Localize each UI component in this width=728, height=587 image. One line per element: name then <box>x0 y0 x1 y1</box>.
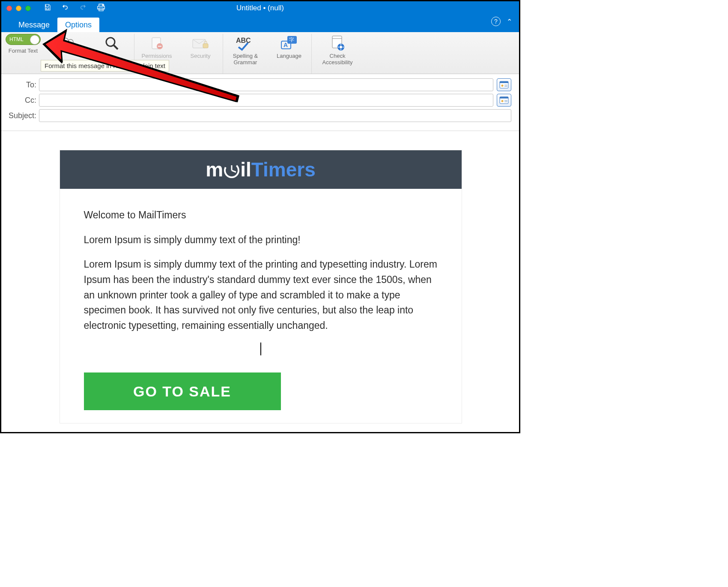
to-contacts-button[interactable] <box>497 78 511 91</box>
address-book-icon <box>499 81 509 89</box>
svg-point-4 <box>68 39 73 45</box>
security-button[interactable]: Security <box>183 35 218 59</box>
go-to-sale-button[interactable]: GO TO SALE <box>84 372 281 410</box>
bcc-button[interactable] <box>51 35 85 52</box>
svg-rect-23 <box>504 85 507 85</box>
format-tooltip: Format this message in HTML or plain tex… <box>41 60 169 72</box>
tab-message[interactable]: Message <box>11 18 57 32</box>
svg-point-5 <box>106 38 115 46</box>
svg-rect-26 <box>500 97 508 98</box>
ribbon: HTML Format Text Permissions <box>1 32 519 74</box>
svg-rect-11 <box>203 44 208 48</box>
to-field[interactable] <box>39 78 493 91</box>
permissions-button[interactable]: Permissions <box>140 35 174 59</box>
svg-point-27 <box>501 100 504 102</box>
text-cursor <box>260 343 261 355</box>
window-close-button[interactable] <box>6 6 12 11</box>
email-template: milTimers Welcome to MailTimers Lorem Ip… <box>60 150 462 423</box>
window-minimize-button[interactable] <box>16 6 21 11</box>
format-html-toggle[interactable]: HTML <box>6 34 41 45</box>
format-toggle-label: HTML <box>9 36 24 42</box>
email-intro: Lorem Ipsum is simply dummy text of the … <box>84 232 438 248</box>
svg-rect-24 <box>504 86 507 86</box>
svg-text:A: A <box>283 42 288 48</box>
print-icon[interactable] <box>97 3 105 13</box>
cc-contacts-button[interactable] <box>497 94 511 107</box>
email-template-header: milTimers <box>60 150 462 189</box>
svg-point-19 <box>340 46 342 48</box>
svg-text:ABC: ABC <box>236 37 251 44</box>
format-text-label: Format Text <box>9 48 38 54</box>
cc-field[interactable] <box>39 94 493 107</box>
address-book-icon <box>499 96 509 104</box>
svg-point-22 <box>501 85 504 87</box>
message-headers: To: Cc: Subject: <box>1 74 519 131</box>
to-label: To: <box>2 80 39 89</box>
redo-icon <box>79 3 87 13</box>
svg-line-32 <box>232 170 236 172</box>
undo-icon[interactable] <box>61 3 69 13</box>
logo-part-timers: Timers <box>251 158 316 181</box>
svg-rect-29 <box>504 101 507 102</box>
window-zoom-button[interactable] <box>25 6 31 11</box>
email-welcome: Welcome to MailTimers <box>84 208 438 223</box>
title-bar: Untitled • (null) <box>1 1 519 15</box>
collapse-ribbon-icon[interactable]: ⌃ <box>507 18 512 26</box>
check-accessibility-button[interactable]: Check Accessibility <box>317 35 358 66</box>
spelling-grammar-button[interactable]: ABC Spelling & Grammar <box>228 35 263 66</box>
language-button[interactable]: 字A Language <box>272 35 306 59</box>
svg-point-2 <box>102 4 104 6</box>
message-body[interactable]: milTimers Welcome to MailTimers Lorem Ip… <box>1 131 519 432</box>
svg-rect-28 <box>504 100 507 101</box>
clock-icon <box>223 162 240 179</box>
subject-field[interactable] <box>39 109 511 122</box>
svg-rect-21 <box>500 81 508 83</box>
zoom-button[interactable] <box>95 35 129 52</box>
help-icon[interactable]: ? <box>491 17 501 26</box>
toggle-knob <box>30 35 39 45</box>
cc-label: Cc: <box>2 96 39 105</box>
svg-line-6 <box>114 45 118 49</box>
subject-label: Subject: <box>2 111 39 120</box>
logo-part-il: il <box>240 158 251 181</box>
save-icon[interactable] <box>44 3 51 13</box>
svg-text:字: 字 <box>289 37 294 43</box>
svg-point-3 <box>63 38 69 44</box>
email-body: Lorem Ipsum is simply dummy text of the … <box>84 257 438 333</box>
tab-options[interactable]: Options <box>57 18 99 32</box>
ribbon-tabs: Message Options ? ⌃ <box>1 15 519 32</box>
logo-part-m: m <box>206 158 223 181</box>
svg-rect-9 <box>158 46 161 47</box>
